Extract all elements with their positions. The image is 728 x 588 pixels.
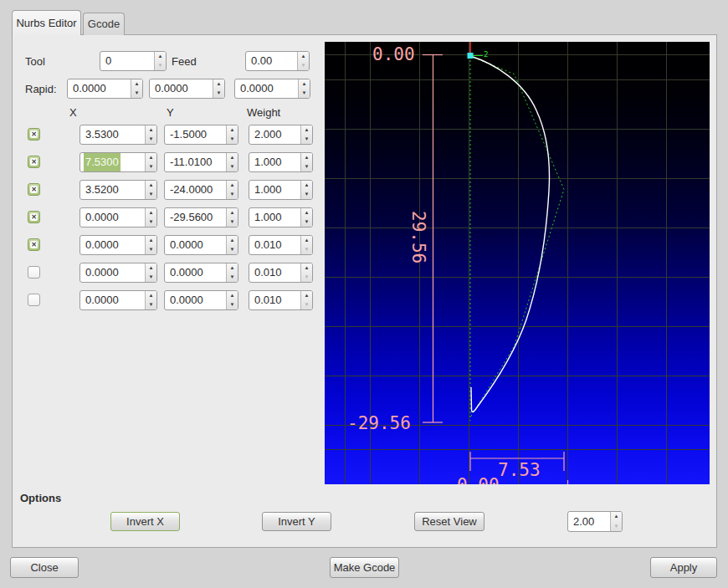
spin-up-icon[interactable]: ▲ [146, 153, 156, 162]
spinner[interactable]: ▲▼ [300, 125, 312, 144]
spin-down-icon[interactable]: ▼ [146, 273, 156, 282]
y-entry[interactable]: -1.5000▲▼ [164, 125, 238, 145]
rapid-y-spinner[interactable]: ▲▼ [213, 79, 224, 98]
spin-down-icon[interactable]: ▼ [131, 89, 142, 98]
rapid-x-spinner[interactable]: ▲▼ [131, 79, 142, 98]
spin-down-icon[interactable]: ▼ [227, 190, 238, 199]
x-entry[interactable]: 0.0000▲▼ [79, 290, 157, 310]
row-enable-checkbox[interactable]: ✕ [28, 294, 40, 306]
spin-down-icon[interactable]: ▼ [213, 89, 224, 98]
spin-up-icon[interactable]: ▲ [227, 181, 238, 190]
reset-view-button[interactable]: Reset View [414, 512, 484, 531]
spin-down-icon[interactable]: ▼ [227, 273, 238, 282]
spin-down-icon[interactable]: ▼ [227, 245, 238, 254]
spinner[interactable]: ▲▼ [145, 208, 156, 227]
spin-up-icon[interactable]: ▲ [146, 125, 156, 135]
spin-down-icon[interactable]: ▼ [611, 522, 622, 532]
spin-down-icon[interactable]: ▼ [301, 273, 312, 282]
tool-entry[interactable]: 0 ▲▼ [100, 51, 167, 71]
spinner[interactable]: ▲▼ [226, 263, 238, 282]
x-entry[interactable]: 0.0000▲▼ [79, 207, 157, 228]
close-button[interactable]: Close [10, 557, 79, 578]
x-entry[interactable]: 7.5300▲▼ [79, 152, 157, 172]
spin-down-icon[interactable]: ▼ [227, 162, 238, 171]
rapid-z-entry[interactable]: 0.0000 ▲▼ [234, 79, 310, 99]
y-entry[interactable]: -24.0000▲▼ [164, 180, 238, 200]
y-entry[interactable]: 0.0000▲▼ [164, 263, 238, 283]
row-enable-checkbox[interactable]: ✕ [28, 183, 40, 196]
tab-gcode[interactable]: Gcode [83, 13, 125, 35]
spin-down-icon[interactable]: ▼ [301, 300, 312, 309]
x-entry[interactable]: 0.0000▲▼ [79, 235, 157, 255]
spin-up-icon[interactable]: ▲ [301, 236, 312, 245]
spin-down-icon[interactable]: ▼ [146, 245, 156, 254]
spin-up-icon[interactable]: ▲ [155, 52, 166, 61]
spin-up-icon[interactable]: ▲ [146, 208, 156, 217]
spinner[interactable]: ▲▼ [226, 236, 238, 254]
spinner[interactable]: ▲▼ [145, 291, 156, 309]
spin-up-icon[interactable]: ▲ [227, 153, 238, 162]
spin-up-icon[interactable]: ▲ [146, 236, 156, 245]
spin-up-icon[interactable]: ▲ [146, 263, 156, 273]
spinner[interactable]: ▲▼ [226, 208, 238, 227]
rapid-z-spinner[interactable]: ▲▼ [298, 79, 310, 98]
spin-up-icon[interactable]: ▲ [131, 79, 142, 89]
spin-down-icon[interactable]: ▼ [146, 190, 156, 199]
spin-up-icon[interactable]: ▲ [301, 263, 312, 273]
y-entry[interactable]: 0.0000▲▼ [164, 290, 238, 310]
spinner[interactable]: ▲▼ [300, 208, 312, 227]
spinner[interactable]: ▲▼ [145, 125, 156, 144]
zoom-entry[interactable]: 2.00 ▲▼ [567, 511, 623, 532]
spin-up-icon[interactable]: ▲ [301, 153, 312, 162]
spin-up-icon[interactable]: ▲ [146, 291, 156, 300]
x-entry[interactable]: 3.5200▲▼ [79, 180, 157, 200]
feed-entry[interactable]: 0.00 ▲▼ [245, 51, 310, 71]
spin-down-icon[interactable]: ▼ [227, 135, 238, 144]
spin-up-icon[interactable]: ▲ [301, 181, 312, 190]
spin-down-icon[interactable]: ▼ [301, 135, 312, 144]
spinner[interactable]: ▲▼ [145, 153, 156, 171]
spinner[interactable]: ▲▼ [226, 291, 238, 309]
row-enable-checkbox[interactable]: ✕ [28, 238, 40, 251]
spin-down-icon[interactable]: ▼ [146, 217, 156, 227]
spin-up-icon[interactable]: ▲ [611, 512, 622, 522]
nurbs-preview-plot[interactable]: 0.00 29.56 -29.56 7.53 0.00 2 [325, 42, 710, 484]
spin-up-icon[interactable]: ▲ [299, 79, 310, 89]
weight-entry[interactable]: 0.010▲▼ [249, 290, 313, 310]
row-enable-checkbox[interactable]: ✕ [28, 128, 40, 141]
spin-down-icon[interactable]: ▼ [146, 135, 156, 144]
zoom-spinner[interactable]: ▲▼ [610, 512, 622, 531]
spin-down-icon[interactable]: ▼ [227, 300, 238, 309]
spin-up-icon[interactable]: ▲ [301, 291, 312, 300]
spin-down-icon[interactable]: ▼ [155, 61, 166, 70]
spinner[interactable]: ▲▼ [300, 263, 312, 282]
spin-down-icon[interactable]: ▼ [299, 89, 310, 98]
spinner[interactable]: ▲▼ [145, 263, 156, 282]
spin-up-icon[interactable]: ▲ [301, 125, 312, 135]
spin-down-icon[interactable]: ▼ [301, 190, 312, 199]
spin-down-icon[interactable]: ▼ [146, 300, 156, 309]
x-entry[interactable]: 0.0000▲▼ [79, 263, 157, 283]
spin-up-icon[interactable]: ▲ [301, 208, 312, 217]
weight-entry[interactable]: 1.000▲▼ [249, 180, 313, 200]
spin-up-icon[interactable]: ▲ [227, 125, 238, 135]
weight-entry[interactable]: 1.000▲▼ [249, 207, 313, 228]
spin-up-icon[interactable]: ▲ [213, 79, 224, 89]
spin-up-icon[interactable]: ▲ [227, 263, 238, 273]
spinner[interactable]: ▲▼ [145, 181, 156, 199]
weight-entry[interactable]: 0.010▲▼ [249, 235, 313, 255]
invert-y-button[interactable]: Invert Y [262, 512, 331, 531]
start-point-marker[interactable] [468, 53, 474, 59]
spin-up-icon[interactable]: ▲ [227, 236, 238, 245]
spin-down-icon[interactable]: ▼ [301, 162, 312, 171]
spinner[interactable]: ▲▼ [300, 236, 312, 254]
y-entry[interactable]: -29.5600▲▼ [164, 207, 238, 228]
row-enable-checkbox[interactable]: ✕ [28, 156, 40, 168]
y-entry[interactable]: 0.0000▲▼ [164, 235, 238, 255]
spin-up-icon[interactable]: ▲ [227, 291, 238, 300]
row-enable-checkbox[interactable]: ✕ [28, 266, 40, 279]
feed-spinner[interactable]: ▲▼ [297, 52, 309, 70]
spin-down-icon[interactable]: ▼ [227, 217, 238, 227]
tool-spinner[interactable]: ▲▼ [154, 52, 166, 70]
spin-up-icon[interactable]: ▲ [298, 52, 309, 61]
